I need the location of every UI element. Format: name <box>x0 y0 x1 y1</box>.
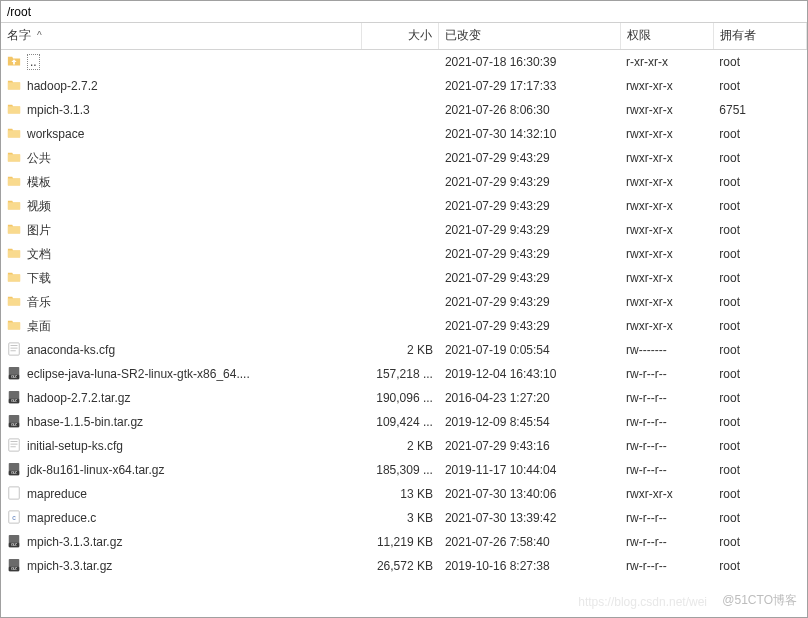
table-row[interactable]: GZmpich-3.3.tar.gz26,572 KB2019-10-16 8:… <box>1 554 807 578</box>
file-date: 2021-07-26 7:58:40 <box>439 530 620 554</box>
file-size: 11,219 KB <box>361 530 439 554</box>
file-name: 公共 <box>27 151 51 165</box>
file-owner: root <box>713 530 806 554</box>
svg-text:GZ: GZ <box>11 470 17 475</box>
gz-icon: GZ <box>7 460 21 474</box>
file-date: 2021-07-19 0:05:54 <box>439 338 620 362</box>
file-date: 2021-07-30 13:39:42 <box>439 506 620 530</box>
table-row[interactable]: ..2021-07-18 16:30:39r-xr-xr-xroot <box>1 49 807 74</box>
gz-icon: GZ <box>7 412 21 426</box>
file-perm: rw-r--r-- <box>620 434 713 458</box>
file-name: 桌面 <box>27 319 51 333</box>
file-size <box>361 290 439 314</box>
table-row[interactable]: anaconda-ks.cfg2 KB2021-07-19 0:05:54rw-… <box>1 338 807 362</box>
table-row[interactable]: 视频2021-07-29 9:43:29rwxr-xr-xroot <box>1 194 807 218</box>
file-owner: root <box>713 482 806 506</box>
table-row[interactable]: GZhadoop-2.7.2.tar.gz190,096 ...2016-04-… <box>1 386 807 410</box>
svg-rect-14 <box>9 486 20 498</box>
file-name: 文档 <box>27 247 51 261</box>
file-perm: rwxr-xr-x <box>620 194 713 218</box>
gz-icon: GZ <box>7 532 21 546</box>
file-perm: rwxr-xr-x <box>620 218 713 242</box>
file-icon <box>7 436 21 450</box>
file-date: 2021-07-29 9:43:29 <box>439 242 620 266</box>
file-date: 2021-07-29 9:43:29 <box>439 290 620 314</box>
file-name: mpich-3.1.3.tar.gz <box>27 535 122 549</box>
gz-icon: GZ <box>7 388 21 402</box>
watermark-faint: https://blog.csdn.net/wei <box>578 595 707 609</box>
file-perm: rwxr-xr-x <box>620 290 713 314</box>
table-row[interactable]: 公共2021-07-29 9:43:29rwxr-xr-xroot <box>1 146 807 170</box>
file-size <box>361 266 439 290</box>
file-size <box>361 194 439 218</box>
file-size <box>361 242 439 266</box>
table-row[interactable]: 音乐2021-07-29 9:43:29rwxr-xr-xroot <box>1 290 807 314</box>
col-changed-header[interactable]: 已改变 <box>439 23 620 49</box>
col-name-header[interactable]: 名字^ <box>1 23 361 49</box>
table-row[interactable]: mpich-3.1.32021-07-26 8:06:30rwxr-xr-x67… <box>1 98 807 122</box>
file-size <box>361 314 439 338</box>
table-row[interactable]: 下载2021-07-29 9:43:29rwxr-xr-xroot <box>1 266 807 290</box>
svg-text:GZ: GZ <box>11 566 17 571</box>
folder-icon <box>7 292 21 306</box>
svg-text:GZ: GZ <box>11 374 17 379</box>
folder-icon <box>7 124 21 138</box>
col-owner-header[interactable]: 拥有者 <box>713 23 806 49</box>
file-name: 音乐 <box>27 295 51 309</box>
file-owner: root <box>713 49 806 74</box>
file-date: 2019-11-17 10:44:04 <box>439 458 620 482</box>
file-owner: root <box>713 170 806 194</box>
table-row[interactable]: hadoop-2.7.22021-07-29 17:17:33rwxr-xr-x… <box>1 74 807 98</box>
file-name: anaconda-ks.cfg <box>27 343 115 357</box>
table-row[interactable]: GZjdk-8u161-linux-x64.tar.gz185,309 ...2… <box>1 458 807 482</box>
table-row[interactable]: 文档2021-07-29 9:43:29rwxr-xr-xroot <box>1 242 807 266</box>
file-perm: rwxr-xr-x <box>620 242 713 266</box>
file-date: 2021-07-29 9:43:29 <box>439 314 620 338</box>
file-size <box>361 49 439 74</box>
folder-icon <box>7 76 21 90</box>
file-date: 2021-07-29 9:43:29 <box>439 194 620 218</box>
path-bar[interactable]: /root <box>1 1 807 23</box>
file-date: 2016-04-23 1:27:20 <box>439 386 620 410</box>
file-name: 模板 <box>27 175 51 189</box>
file-date: 2019-10-16 8:27:38 <box>439 554 620 578</box>
table-row[interactable]: 桌面2021-07-29 9:43:29rwxr-xr-xroot <box>1 314 807 338</box>
file-perm: rw-r--r-- <box>620 530 713 554</box>
col-perm-header[interactable]: 权限 <box>620 23 713 49</box>
file-date: 2021-07-29 9:43:29 <box>439 218 620 242</box>
file-owner: root <box>713 314 806 338</box>
col-size-header[interactable]: 大小 <box>361 23 439 49</box>
gz-icon: GZ <box>7 364 21 378</box>
file-size: 13 KB <box>361 482 439 506</box>
file-size: 185,309 ... <box>361 458 439 482</box>
gz-icon: GZ <box>7 556 21 570</box>
file-date: 2021-07-29 17:17:33 <box>439 74 620 98</box>
file-name: hadoop-2.7.2 <box>27 79 98 93</box>
table-row[interactable]: GZmpich-3.1.3.tar.gz11,219 KB2021-07-26 … <box>1 530 807 554</box>
file-owner: root <box>713 290 806 314</box>
watermark: @51CTO博客 <box>722 592 797 609</box>
table-row[interactable]: mapreduce13 KB2021-07-30 13:40:06rwxr-xr… <box>1 482 807 506</box>
file-date: 2021-07-29 9:43:29 <box>439 170 620 194</box>
file-name: 图片 <box>27 223 51 237</box>
table-row[interactable]: 模板2021-07-29 9:43:29rwxr-xr-xroot <box>1 170 807 194</box>
file-name: workspace <box>27 127 84 141</box>
file-perm: rw------- <box>620 338 713 362</box>
table-row[interactable]: GZhbase-1.1.5-bin.tar.gz109,424 ...2019-… <box>1 410 807 434</box>
table-row[interactable]: GZeclipse-java-luna-SR2-linux-gtk-x86_64… <box>1 362 807 386</box>
table-row[interactable]: 图片2021-07-29 9:43:29rwxr-xr-xroot <box>1 218 807 242</box>
svg-text:GZ: GZ <box>11 542 17 547</box>
c-icon: c <box>7 508 21 522</box>
file-owner: root <box>713 506 806 530</box>
table-row[interactable]: cmapreduce.c3 KB2021-07-30 13:39:42rw-r-… <box>1 506 807 530</box>
file-size: 2 KB <box>361 434 439 458</box>
table-row[interactable]: initial-setup-ks.cfg2 KB2021-07-29 9:43:… <box>1 434 807 458</box>
file-perm: rw-r--r-- <box>620 386 713 410</box>
file-owner: root <box>713 410 806 434</box>
header-row: 名字^ 大小 已改变 权限 拥有者 <box>1 23 807 49</box>
file-perm: r-xr-xr-x <box>620 49 713 74</box>
file-perm: rw-r--r-- <box>620 410 713 434</box>
file-owner: root <box>713 362 806 386</box>
table-row[interactable]: workspace2021-07-30 14:32:10rwxr-xr-xroo… <box>1 122 807 146</box>
folder-icon <box>7 316 21 330</box>
